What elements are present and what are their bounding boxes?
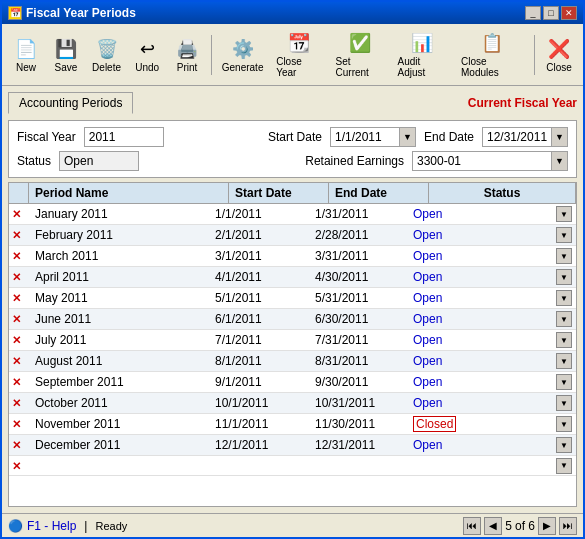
close-modules-button[interactable]: 📋 Close Modules <box>456 28 528 81</box>
row-check-10[interactable]: ✕ <box>9 415 29 433</box>
period-status-dropdown-4[interactable]: ▼ <box>556 290 572 306</box>
table-row: ✕ March 2011 3/1/2011 3/31/2011 Open ▼ <box>9 246 576 267</box>
col-header-start-date: Start Date <box>229 183 329 203</box>
delete-button[interactable]: 🗑️ Delete <box>88 34 125 76</box>
fiscal-year-input[interactable] <box>84 127 164 147</box>
undo-button[interactable]: ↩ Undo <box>129 34 165 76</box>
tab-accounting-periods[interactable]: Accounting Periods <box>8 92 133 114</box>
row-delete-icon-5[interactable]: ✕ <box>12 313 21 325</box>
table-row: ✕ July 2011 7/1/2011 7/31/2011 Open ▼ <box>9 330 576 351</box>
table-row: ✕ June 2011 6/1/2011 6/30/2011 Open ▼ <box>9 309 576 330</box>
delete-label: Delete <box>92 62 121 73</box>
empty-row-dropdown[interactable]: ▼ <box>556 458 572 474</box>
row-check-11[interactable]: ✕ <box>9 436 29 454</box>
new-button[interactable]: 📄 New <box>8 34 44 76</box>
period-name-2: March 2011 <box>29 247 209 265</box>
retained-earnings-input[interactable] <box>412 151 552 171</box>
period-status-dropdown-8[interactable]: ▼ <box>556 374 572 390</box>
period-status-dropdown-2[interactable]: ▼ <box>556 248 572 264</box>
print-button[interactable]: 🖨️ Print <box>169 34 205 76</box>
empty-row-check[interactable]: ✕ <box>9 457 29 475</box>
close-button[interactable]: ❌ Close <box>541 34 577 76</box>
table-row: ✕ January 2011 1/1/2011 1/31/2011 Open ▼ <box>9 204 576 225</box>
period-status-dropdown-10[interactable]: ▼ <box>556 416 572 432</box>
row-check-0[interactable]: ✕ <box>9 205 29 223</box>
row-check-1[interactable]: ✕ <box>9 226 29 244</box>
row-delete-icon-6[interactable]: ✕ <box>12 334 21 346</box>
table-row: ✕ August 2011 8/1/2011 8/31/2011 Open ▼ <box>9 351 576 372</box>
nav-controls: ⏮ ◀ 5 of 6 ▶ ⏭ <box>463 517 577 535</box>
audit-adjust-button[interactable]: 📊 Audit Adjust <box>393 28 453 81</box>
set-current-icon: ✅ <box>348 31 372 55</box>
row-delete-icon-3[interactable]: ✕ <box>12 271 21 283</box>
row-delete-icon-10[interactable]: ✕ <box>12 418 21 430</box>
row-delete-icon-8[interactable]: ✕ <box>12 376 21 388</box>
generate-label: Generate <box>222 62 264 73</box>
row-check-5[interactable]: ✕ <box>9 310 29 328</box>
close-year-button[interactable]: 📆 Close Year <box>271 28 326 81</box>
retained-earnings-field: ▼ <box>412 151 568 171</box>
period-status-dropdown-11[interactable]: ▼ <box>556 437 572 453</box>
period-end-0: 1/31/2011 <box>309 205 409 223</box>
audit-adjust-icon: 📊 <box>410 31 434 55</box>
period-name-1: February 2011 <box>29 226 209 244</box>
generate-button[interactable]: ⚙️ Generate <box>218 34 267 76</box>
window-close-button[interactable]: ✕ <box>561 6 577 20</box>
last-page-button[interactable]: ⏭ <box>559 517 577 535</box>
set-current-button[interactable]: ✅ Set Current <box>331 28 389 81</box>
table-row: ✕ September 2011 9/1/2011 9/30/2011 Open… <box>9 372 576 393</box>
period-status-dropdown-5[interactable]: ▼ <box>556 311 572 327</box>
period-name-5: June 2011 <box>29 310 209 328</box>
end-date-dropdown[interactable]: ▼ <box>552 127 568 147</box>
period-status-dropdown-9[interactable]: ▼ <box>556 395 572 411</box>
row-check-6[interactable]: ✕ <box>9 331 29 349</box>
first-page-button[interactable]: ⏮ <box>463 517 481 535</box>
retained-earnings-dropdown[interactable]: ▼ <box>552 151 568 171</box>
row-check-3[interactable]: ✕ <box>9 268 29 286</box>
row-delete-icon-11[interactable]: ✕ <box>12 439 21 451</box>
row-check-2[interactable]: ✕ <box>9 247 29 265</box>
row-delete-icon-2[interactable]: ✕ <box>12 250 21 262</box>
row-check-4[interactable]: ✕ <box>9 289 29 307</box>
row-delete-icon-0[interactable]: ✕ <box>12 208 21 220</box>
start-date-field: ▼ <box>330 127 416 147</box>
tab-header: Accounting Periods Current Fiscal Year <box>8 92 577 114</box>
help-link[interactable]: 🔵 F1 - Help <box>8 519 76 533</box>
row-delete-icon-9[interactable]: ✕ <box>12 397 21 409</box>
row-delete-icon-1[interactable]: ✕ <box>12 229 21 241</box>
save-button[interactable]: 💾 Save <box>48 34 84 76</box>
period-status-cell-8: Open ▼ <box>409 372 576 392</box>
start-date-input[interactable] <box>330 127 400 147</box>
period-name-6: July 2011 <box>29 331 209 349</box>
next-page-button[interactable]: ▶ <box>538 517 556 535</box>
row-check-7[interactable]: ✕ <box>9 352 29 370</box>
save-label: Save <box>55 62 78 73</box>
period-status-dropdown-1[interactable]: ▼ <box>556 227 572 243</box>
close-label: Close <box>546 62 572 73</box>
status-label: Status <box>17 154 51 168</box>
period-status-dropdown-6[interactable]: ▼ <box>556 332 572 348</box>
period-name-0: January 2011 <box>29 205 209 223</box>
period-status-dropdown-7[interactable]: ▼ <box>556 353 572 369</box>
period-start-2: 3/1/2011 <box>209 247 309 265</box>
main-window: 📅 Fiscal Year Periods _ □ ✕ 📄 New 💾 Save… <box>0 0 585 539</box>
row-check-9[interactable]: ✕ <box>9 394 29 412</box>
period-status-cell-4: Open ▼ <box>409 288 576 308</box>
row-check-8[interactable]: ✕ <box>9 373 29 391</box>
minimize-button[interactable]: _ <box>525 6 541 20</box>
row-delete-icon-7[interactable]: ✕ <box>12 355 21 367</box>
end-date-input[interactable] <box>482 127 552 147</box>
period-status-dropdown-0[interactable]: ▼ <box>556 206 572 222</box>
start-date-dropdown[interactable]: ▼ <box>400 127 416 147</box>
maximize-button[interactable]: □ <box>543 6 559 20</box>
table-row: ✕ May 2011 5/1/2011 5/31/2011 Open ▼ <box>9 288 576 309</box>
period-start-8: 9/1/2011 <box>209 373 309 391</box>
period-status-7: Open <box>413 354 442 368</box>
period-status-dropdown-3[interactable]: ▼ <box>556 269 572 285</box>
window-icon: 📅 <box>8 6 22 20</box>
period-status-cell-1: Open ▼ <box>409 225 576 245</box>
prev-page-button[interactable]: ◀ <box>484 517 502 535</box>
row-delete-icon-4[interactable]: ✕ <box>12 292 21 304</box>
period-end-9: 10/31/2011 <box>309 394 409 412</box>
title-bar: 📅 Fiscal Year Periods _ □ ✕ <box>2 2 583 24</box>
